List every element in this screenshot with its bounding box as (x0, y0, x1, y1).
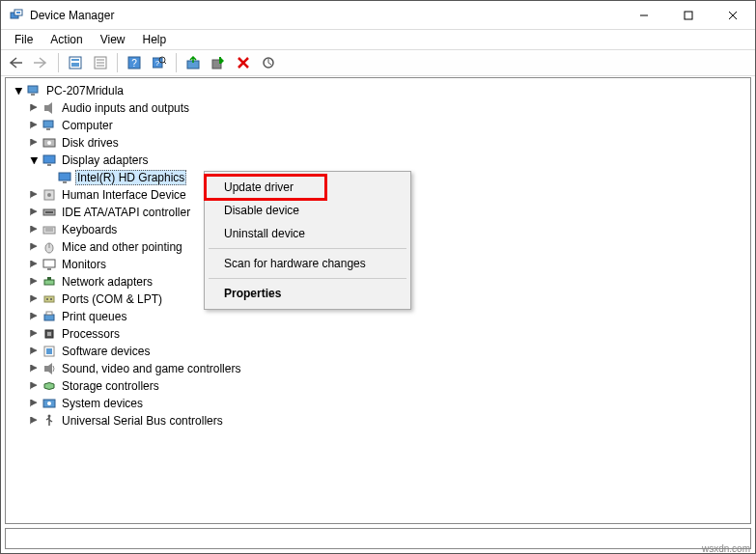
tree-root[interactable]: ⯆ PC-207Mridula (8, 82, 750, 99)
expand-arrow-icon[interactable]: ⯈ (27, 121, 41, 130)
menu-file[interactable]: File (7, 32, 41, 47)
minimize-button[interactable] (622, 1, 666, 29)
hid-icon (41, 187, 58, 203)
back-button[interactable] (5, 51, 28, 74)
tree-category[interactable]: ⯈System devices (8, 395, 750, 412)
content-pane: ⯆ PC-207Mridula ⯈Audio inputs and output… (5, 77, 751, 524)
expand-arrow-icon[interactable]: ⯈ (27, 312, 41, 321)
maximize-button[interactable] (666, 1, 711, 29)
svg-line-19 (164, 62, 166, 64)
update-driver-button[interactable] (182, 51, 205, 74)
expand-arrow-icon[interactable]: ⯈ (27, 329, 41, 339)
tree-category[interactable]: ⯈Sound, video and game controllers (8, 360, 750, 377)
scan-hardware-button[interactable] (207, 51, 230, 74)
tree-category-label: Monitors (60, 258, 108, 271)
tree-category[interactable]: ⯈Software devices (8, 343, 750, 360)
tree-category-label: Computer (60, 119, 115, 132)
tree-category[interactable]: ⯈Storage controllers (8, 377, 750, 395)
expand-arrow-icon[interactable]: ⯈ (27, 138, 41, 148)
ctx-properties[interactable]: Properties (207, 282, 408, 305)
svg-rect-26 (44, 105, 48, 111)
tree-category-label: Print queues (60, 310, 128, 323)
show-hidden-button[interactable] (64, 51, 87, 74)
expand-arrow-icon[interactable]: ⯈ (27, 103, 41, 113)
expand-arrow-icon[interactable]: ⯈ (27, 346, 41, 356)
ctx-uninstall-device[interactable]: Uninstall device (207, 222, 408, 245)
tree-category-label: Mice and other pointing (60, 240, 184, 254)
expand-arrow-icon[interactable]: ⯈ (27, 381, 41, 391)
tree-category[interactable]: ⯈Audio inputs and outputs (8, 99, 750, 117)
svg-rect-56 (46, 348, 52, 354)
watermark: wsxdn.com (702, 543, 750, 554)
svg-rect-33 (59, 173, 70, 180)
tree-category[interactable]: ⯈Disk drives (8, 134, 750, 152)
expand-arrow-icon[interactable]: ⯈ (27, 208, 41, 217)
expand-arrow-icon[interactable]: ⯈ (27, 277, 41, 287)
close-button[interactable] (711, 1, 755, 29)
svg-rect-54 (47, 332, 51, 336)
tree-category-label: IDE ATA/ATAPI controller (60, 206, 192, 219)
tree-category-label: Human Interface Device (60, 188, 188, 202)
advanced-button[interactable] (257, 51, 280, 74)
tree-category[interactable]: ⯈Print queues (8, 308, 750, 325)
expand-arrow-icon[interactable]: ⯈ (27, 416, 41, 426)
display-icon (41, 152, 58, 168)
svg-point-50 (50, 298, 52, 300)
svg-rect-2 (16, 12, 20, 14)
help-button[interactable]: ? (123, 51, 146, 74)
mouse-icon (41, 239, 58, 255)
toolbar-separator (176, 53, 177, 72)
ctx-scan-hardware[interactable]: Scan for hardware changes (207, 252, 408, 275)
tree-category-label: Audio inputs and outputs (60, 101, 191, 115)
menubar: File Action View Help (1, 30, 755, 49)
svg-rect-9 (71, 63, 79, 67)
svg-point-59 (47, 402, 51, 405)
ctx-separator (209, 278, 406, 279)
tree-category-label: Ports (COM & LPT) (60, 292, 164, 306)
svg-rect-52 (46, 312, 52, 315)
svg-rect-44 (43, 260, 55, 267)
audio-icon (41, 100, 58, 116)
system-icon (41, 396, 58, 411)
svg-rect-8 (71, 59, 79, 61)
context-menu: Update driver Disable device Uninstall d… (204, 171, 411, 310)
expand-arrow-icon[interactable]: ⯈ (27, 364, 41, 374)
software-icon (41, 344, 58, 359)
tree-category-label: Disk drives (60, 136, 121, 150)
tree-category[interactable]: ⯈Universal Serial Bus controllers (8, 412, 750, 429)
svg-point-60 (48, 415, 51, 418)
svg-rect-28 (46, 128, 50, 130)
expand-arrow-icon[interactable]: ⯆ (27, 155, 41, 165)
tree-category[interactable]: ⯆Display adapters (8, 152, 750, 169)
device-tree[interactable]: ⯆ PC-207Mridula ⯈Audio inputs and output… (6, 78, 750, 523)
forward-button[interactable] (30, 51, 53, 74)
menu-help[interactable]: Help (135, 32, 175, 47)
tree-category[interactable]: ⯈Computer (8, 117, 750, 134)
expand-arrow-icon[interactable]: ⯆ (12, 86, 25, 96)
uninstall-button[interactable] (232, 51, 255, 74)
ctx-update-driver[interactable]: Update driver (207, 176, 408, 199)
svg-rect-25 (31, 94, 35, 96)
properties-button[interactable] (89, 51, 112, 74)
tree-category-label: Processors (60, 327, 122, 341)
port-icon (41, 291, 58, 307)
menu-action[interactable]: Action (42, 32, 90, 47)
expand-arrow-icon[interactable]: ⯈ (27, 294, 41, 304)
menu-view[interactable]: View (93, 32, 133, 47)
expand-arrow-icon[interactable]: ⯈ (27, 190, 41, 200)
tree-root-label: PC-207Mridula (44, 84, 126, 97)
svg-rect-48 (44, 296, 54, 302)
monitor-icon (41, 257, 58, 272)
help-search-button[interactable]: ? (148, 51, 171, 74)
svg-rect-57 (44, 366, 48, 372)
expand-arrow-icon[interactable]: ⯈ (27, 225, 41, 235)
tree-category[interactable]: ⯈Processors (8, 325, 750, 343)
expand-arrow-icon[interactable]: ⯈ (27, 242, 41, 252)
cpu-icon (41, 326, 58, 342)
device-manager-window: Device Manager File Action View Help ? ? (0, 0, 756, 554)
titlebar: Device Manager (1, 1, 755, 30)
expand-arrow-icon[interactable]: ⯈ (27, 260, 41, 269)
expand-arrow-icon[interactable]: ⯈ (27, 399, 41, 408)
svg-rect-31 (43, 155, 55, 163)
ctx-disable-device[interactable]: Disable device (207, 199, 408, 222)
